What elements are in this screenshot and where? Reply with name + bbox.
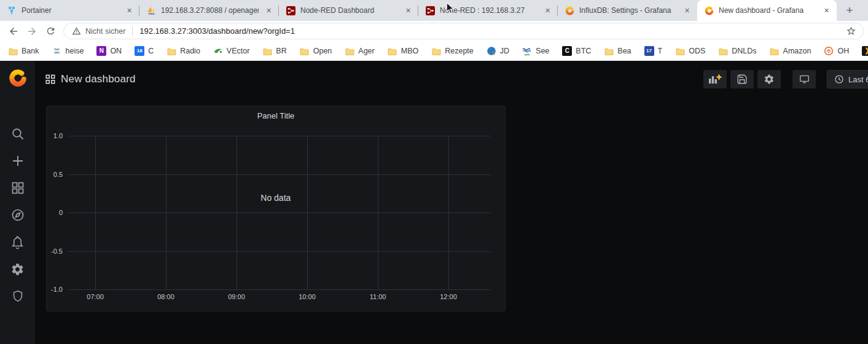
time-range-picker[interactable]: Last 6 hours — [827, 70, 868, 88]
close-tab-icon[interactable]: × — [264, 6, 274, 16]
folder-icon — [8, 46, 18, 56]
tab-portainer[interactable]: Portainer × — [0, 0, 139, 21]
phpmyadmin-icon: PMA — [146, 6, 156, 15]
bookmark-br[interactable]: BR — [262, 46, 286, 56]
alerting-bell-icon[interactable] — [10, 235, 26, 249]
chart-plot-area[interactable]: 1.0 0.5 0 -0.5 -1.0 07:00 08:00 09:00 10… — [68, 136, 491, 289]
url-text[interactable]: 192.168.3.27:3003/dashboard/new?orgId=1 — [139, 26, 841, 36]
panel-title[interactable]: Panel Title — [47, 111, 505, 120]
back-icon[interactable] — [4, 23, 23, 40]
bookmark-on[interactable]: N ON — [96, 46, 122, 56]
folder-icon — [166, 46, 176, 56]
grafana-logo[interactable] — [9, 69, 27, 90]
bookmark-plex[interactable]: Plex — [862, 46, 868, 56]
add-panel-button[interactable] — [703, 70, 727, 88]
close-tab-icon[interactable]: × — [542, 6, 553, 16]
bookmark-t[interactable]: 17 T — [644, 46, 663, 56]
plex-icon — [862, 46, 868, 56]
forward-icon[interactable] — [23, 23, 41, 40]
tab-new-dashboard-grafana[interactable]: New dashboard - Grafana × — [697, 0, 837, 21]
bookmark-star-icon[interactable] — [846, 26, 857, 36]
security-label[interactable]: Nicht sicher — [85, 27, 125, 36]
cycle-view-mode-button[interactable] — [792, 70, 816, 88]
bookmark-ods[interactable]: ODS — [675, 46, 705, 56]
explore-compass-icon[interactable] — [10, 208, 26, 222]
navbar-actions: Last 6 hours — [703, 70, 868, 88]
grafana-main: New dashboard Last 6 hours — [35, 61, 868, 344]
dashboard-settings-button[interactable] — [757, 70, 781, 88]
close-tab-icon[interactable]: × — [403, 6, 413, 16]
bookmark-heise[interactable]: heisec heise — [52, 46, 84, 56]
x-tick-label: 12:00 — [440, 293, 457, 300]
tab-nodered-editor[interactable]: Node-RED : 192.168.3.27 × — [418, 0, 558, 21]
close-tab-icon[interactable]: × — [821, 6, 832, 16]
portainer-icon — [7, 6, 17, 15]
bookmark-radio[interactable]: Radio — [166, 46, 200, 56]
dashboard-grid-icon — [45, 74, 55, 84]
page-title[interactable]: New dashboard — [61, 73, 136, 85]
bookmark-oh[interactable]: OH — [824, 46, 849, 56]
bookmark-see[interactable]: igkb See — [522, 46, 549, 56]
globe-icon — [487, 46, 496, 56]
bookmark-open[interactable]: Open — [300, 46, 332, 56]
dashboard-title-group[interactable]: New dashboard — [45, 73, 136, 85]
bookmark-bea[interactable]: Bea — [604, 46, 631, 56]
reload-icon[interactable] — [41, 23, 60, 40]
bookmark-rezepte[interactable]: Rezepte — [431, 46, 474, 56]
coin-icon: C — [562, 46, 572, 56]
tab-title: InfluxDB: Settings - Grafana — [579, 6, 677, 15]
folder-icon — [718, 46, 728, 56]
gridline — [95, 136, 96, 289]
not-secure-warning-icon — [72, 26, 81, 36]
lake-icon: igkb — [522, 46, 532, 56]
close-tab-icon[interactable]: × — [124, 6, 135, 16]
bookmark-amazon[interactable]: Amazon — [770, 46, 811, 56]
tab-nodered-dashboard[interactable]: Node-RED Dashboard × — [279, 0, 418, 21]
dashboards-icon[interactable] — [10, 181, 26, 195]
tab-phpmyadmin[interactable]: PMA 192.168.3.27:8088 / openager_ × — [139, 0, 279, 21]
gridline — [307, 136, 308, 289]
bookmark-bank[interactable]: Bank — [8, 46, 39, 56]
folder-icon — [345, 46, 354, 56]
dashboard-navbar: New dashboard Last 6 hours — [35, 61, 868, 98]
x-tick-label: 10:00 — [299, 293, 316, 300]
bookmark-c[interactable]: 18 C — [135, 46, 154, 56]
create-plus-icon[interactable] — [10, 154, 26, 168]
folder-icon — [262, 46, 272, 56]
browser-toolbar: Nicht sicher 192.168.3.27:3003/dashboard… — [0, 21, 868, 41]
new-tab-button[interactable]: + — [841, 2, 858, 19]
x-tick-label: 09:00 — [228, 293, 245, 300]
panel[interactable]: Panel Title 1.0 0.5 0 -0.5 — [46, 106, 506, 311]
nodered-icon — [286, 6, 295, 15]
vector-icon — [213, 46, 223, 56]
address-bar[interactable]: Nicht sicher 192.168.3.27:3003/dashboard… — [63, 23, 864, 39]
folder-icon — [431, 46, 441, 56]
search-icon[interactable] — [10, 127, 26, 141]
bookmark-dnlds[interactable]: DNLDs — [718, 46, 756, 56]
bookmark-mbo[interactable]: MBO — [388, 46, 418, 56]
y-tick-label: 0 — [59, 209, 63, 216]
server-admin-shield-icon[interactable] — [10, 289, 26, 303]
tab-title: Node-RED Dashboard — [300, 6, 398, 15]
gridline — [68, 289, 491, 290]
heise-icon: heisec — [52, 46, 62, 56]
bookmark-ager[interactable]: Ager — [345, 46, 374, 56]
tab-influxdb-grafana[interactable]: InfluxDB: Settings - Grafana × — [558, 0, 697, 21]
grafana-icon — [565, 6, 574, 15]
close-tab-icon[interactable]: × — [682, 6, 692, 16]
gridline — [68, 136, 491, 136]
bookmark-btc[interactable]: C BTC — [562, 46, 591, 56]
save-dashboard-button[interactable] — [730, 70, 754, 88]
svg-text:PMA: PMA — [148, 12, 154, 15]
configuration-gear-icon[interactable] — [10, 262, 26, 276]
onenote-icon: N — [96, 46, 106, 56]
grafana-sidebar — [0, 61, 35, 344]
y-tick-label: 0.5 — [53, 171, 63, 178]
bookmark-jd[interactable]: JD — [487, 46, 509, 56]
bookmark-vector[interactable]: VEctor — [213, 46, 250, 56]
folder-icon — [770, 46, 780, 56]
y-tick-label: 1.0 — [53, 132, 63, 139]
folder-icon — [388, 46, 397, 56]
gridline — [378, 136, 378, 289]
nodered-icon — [425, 6, 435, 15]
